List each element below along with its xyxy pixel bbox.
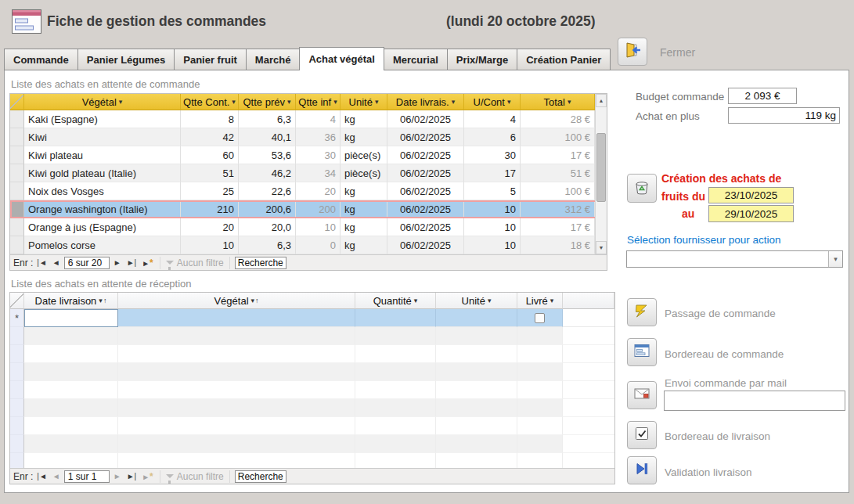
livre-checkbox[interactable] <box>535 313 545 323</box>
first-record-button[interactable]: |◄ <box>35 258 49 267</box>
cell-total[interactable]: 18 € <box>521 236 595 254</box>
cell-qtte_cont[interactable]: 25 <box>181 182 239 200</box>
cell-qtte_prev[interactable]: 40,1 <box>239 128 296 146</box>
tab-achat-vegetal[interactable]: Achat végétal <box>299 47 384 70</box>
previous-record-button[interactable]: ◄ <box>51 472 62 481</box>
cell-total[interactable]: 100 € <box>521 182 595 200</box>
cell-u_cont[interactable]: 10 <box>464 200 521 218</box>
cell-qtte_inf[interactable]: 4 <box>296 110 341 128</box>
chevron-down-icon[interactable]: ▾ <box>828 251 842 267</box>
cell-qtte_prev[interactable]: 20,0 <box>239 218 296 236</box>
create-purchases-button[interactable] <box>627 174 657 203</box>
cell-quantite[interactable] <box>355 309 436 327</box>
table-row[interactable]: Kiwi gold plateau (Italie)5146,234pièce(… <box>10 164 607 182</box>
empty-cell[interactable] <box>24 363 118 381</box>
empty-cell[interactable] <box>118 399 355 417</box>
last-record-button[interactable]: ►| <box>125 472 139 481</box>
empty-cell[interactable] <box>517 327 563 345</box>
orders-column-header-0[interactable]: Végétal▾ <box>24 94 181 110</box>
orders-column-header-4[interactable]: Unité▾ <box>341 94 387 110</box>
scroll-up-icon[interactable]: ▲ <box>596 94 607 107</box>
empty-cell[interactable] <box>517 363 563 381</box>
cell-date[interactable]: 06/02/2025 <box>387 182 464 200</box>
cell-qtte_prev[interactable]: 22,6 <box>239 182 296 200</box>
empty-cell[interactable] <box>436 453 517 468</box>
empty-cell[interactable] <box>436 327 517 345</box>
cell-qtte_inf[interactable]: 34 <box>296 164 341 182</box>
scrollbar-thumb[interactable] <box>596 133 606 202</box>
empty-cell[interactable] <box>355 363 436 381</box>
cell-total[interactable]: 17 € <box>521 146 595 164</box>
empty-cell[interactable] <box>436 363 517 381</box>
first-record-button[interactable]: |◄ <box>35 472 49 481</box>
cell-qtte_inf[interactable]: 30 <box>296 146 341 164</box>
last-record-button[interactable]: ►| <box>125 258 139 267</box>
cell-u_cont[interactable]: 30 <box>464 146 521 164</box>
cell-u_cont[interactable]: 17 <box>464 164 521 182</box>
bordereau-livraison-button[interactable] <box>627 421 657 449</box>
cell-u_cont[interactable]: 5 <box>464 182 521 200</box>
row-selector[interactable] <box>10 381 24 399</box>
orders-column-header-6[interactable]: U/Cont▾ <box>464 94 521 110</box>
empty-cell[interactable] <box>436 435 517 453</box>
bordereau-commande-button[interactable] <box>627 338 657 366</box>
next-record-button[interactable]: ► <box>112 472 123 481</box>
new-record-button[interactable]: ►* <box>140 257 155 268</box>
empty-cell[interactable] <box>517 453 563 468</box>
scroll-down-icon[interactable]: ▼ <box>596 241 607 254</box>
cell-u_cont[interactable]: 10 <box>464 218 521 236</box>
orders-column-header-2[interactable]: Qtte prév▾ <box>239 94 296 110</box>
table-row[interactable]: Kiwi plateau6053,630pièce(s)06/02/202530… <box>10 146 607 164</box>
cell-total[interactable]: 312 € <box>521 200 595 218</box>
cell-qtte_cont[interactable]: 42 <box>181 128 239 146</box>
table-row[interactable]: Kaki (Espagne)86,34kg06/02/2025428 € <box>10 110 607 128</box>
cell-vegetal[interactable]: Kiwi plateau <box>24 146 181 164</box>
cell-unite[interactable]: kg <box>341 110 387 128</box>
cell-unite[interactable]: pièce(s) <box>341 164 387 182</box>
tab-commande[interactable]: Commande <box>4 49 77 70</box>
table-row[interactable]: Orange washington (Italie)210200,6200kg0… <box>10 200 607 218</box>
row-selector[interactable] <box>10 345 24 363</box>
reception-search-input[interactable] <box>235 470 286 483</box>
cell-qtte_prev[interactable]: 200,6 <box>239 200 296 218</box>
cell-date[interactable]: 06/02/2025 <box>387 110 464 128</box>
orders-column-header-3[interactable]: Qtte inf▾ <box>296 94 341 110</box>
cell-qtte_prev[interactable]: 46,2 <box>239 164 296 182</box>
tab-creation-panier[interactable]: Création Panier <box>517 49 611 70</box>
cell-qtte_cont[interactable]: 51 <box>181 164 239 182</box>
cell-vegetal[interactable]: Orange washington (Italie) <box>24 200 181 218</box>
cell-qtte_cont[interactable]: 210 <box>181 200 239 218</box>
cell-vegetal[interactable] <box>118 309 355 327</box>
reception-column-header-2[interactable]: Quantité▾ <box>355 293 436 309</box>
row-selector[interactable] <box>10 417 24 435</box>
empty-cell[interactable] <box>355 453 436 468</box>
passage-commande-button[interactable] <box>627 298 657 326</box>
close-form-button[interactable] <box>618 38 647 66</box>
empty-cell[interactable] <box>355 381 436 399</box>
new-record-button[interactable]: ►* <box>140 471 155 482</box>
envoi-mail-button[interactable] <box>627 381 657 409</box>
orders-search-input[interactable] <box>235 257 286 269</box>
orders-column-header-5[interactable]: Date livrais.▾ <box>387 94 464 110</box>
empty-cell[interactable] <box>436 399 517 417</box>
row-selector[interactable] <box>10 128 24 146</box>
empty-cell[interactable] <box>24 345 118 363</box>
empty-cell[interactable] <box>355 345 436 363</box>
empty-cell[interactable] <box>517 399 563 417</box>
empty-cell[interactable] <box>517 417 563 435</box>
cell-date[interactable]: 06/02/2025 <box>387 218 464 236</box>
next-record-button[interactable]: ► <box>112 258 123 267</box>
empty-cell[interactable] <box>118 453 355 468</box>
cell-total[interactable]: 17 € <box>521 218 595 236</box>
cell-total[interactable]: 28 € <box>521 110 595 128</box>
row-selector[interactable] <box>10 200 24 218</box>
date-to-field[interactable]: 29/10/2025 <box>708 205 794 222</box>
empty-cell[interactable] <box>118 435 355 453</box>
tab-panier-fruit[interactable]: Panier fruit <box>174 49 246 70</box>
row-selector[interactable] <box>10 453 24 468</box>
empty-cell[interactable] <box>118 327 355 345</box>
cell-date[interactable]: 06/02/2025 <box>387 128 464 146</box>
empty-cell[interactable] <box>355 435 436 453</box>
reception-column-header-0[interactable]: Date livraison▾↑ <box>24 293 118 309</box>
row-selector[interactable] <box>10 236 24 254</box>
